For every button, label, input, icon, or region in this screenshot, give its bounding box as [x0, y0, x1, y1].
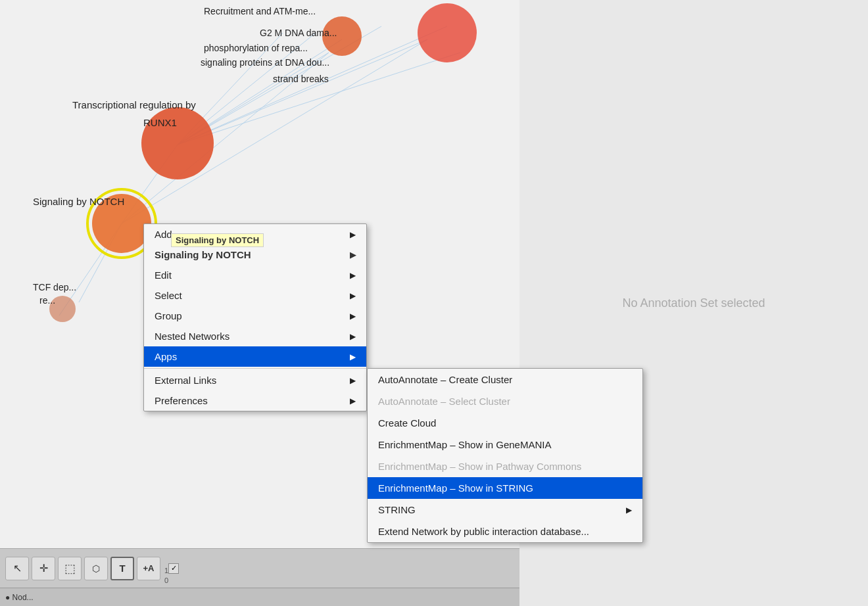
svg-text:re...: re... [39, 295, 55, 306]
move-tool-button[interactable]: ✛ [32, 557, 55, 580]
lasso-button[interactable]: ⬡ [84, 557, 108, 580]
no-annotation-label: No Annotation Set selected [622, 296, 765, 310]
menu-item-group[interactable]: Group ▶ [144, 306, 366, 326]
svg-text:Signaling by NOTCH: Signaling by NOTCH [33, 196, 124, 207]
apps-submenu: AutoAnnotate – Create Cluster AutoAnnota… [367, 368, 643, 543]
svg-text:signaling proteins at DNA dou.: signaling proteins at DNA dou... [201, 57, 329, 68]
apps-submenu-item-autoannotate-create[interactable]: AutoAnnotate – Create Cluster [368, 369, 642, 390]
apps-submenu-item-string[interactable]: STRING ▶ [368, 499, 642, 521]
menu-separator-1 [144, 368, 366, 369]
menu-item-signaling-notch[interactable]: Signaling by NOTCH ▶ [144, 245, 366, 265]
svg-text:phosphorylation of repa...: phosphorylation of repa... [204, 43, 308, 53]
apps-submenu-item-autoannotate-select: AutoAnnotate – Select Cluster [368, 390, 642, 412]
menu-item-external-links[interactable]: External Links ▶ [144, 370, 366, 390]
svg-text:TCF dep...: TCF dep... [33, 282, 76, 292]
menu-item-preferences[interactable]: Preferences ▶ [144, 390, 366, 411]
svg-text:RUNX1: RUNX1 [143, 117, 177, 128]
add-node-button[interactable]: +A [137, 557, 160, 580]
menu-item-nested-networks[interactable]: Nested Networks ▶ [144, 326, 366, 346]
apps-submenu-item-enrichmentmap-genemania[interactable]: EnrichmentMap – Show in GeneMANIA [368, 434, 642, 455]
counter-area: 1 0 [164, 566, 168, 586]
svg-text:Recruitment and ATM-me...: Recruitment and ATM-me... [204, 6, 316, 16]
context-menu: Add ▶ Signaling by NOTCH ▶ Edit ▶ Select… [143, 223, 367, 411]
text-tool-button[interactable]: T [110, 557, 134, 580]
menu-item-edit[interactable]: Edit ▶ [144, 265, 366, 285]
menu-item-select[interactable]: Select ▶ [144, 285, 366, 306]
apps-submenu-item-enrichmentmap-pathway: EnrichmentMap – Show in Pathway Commons [368, 455, 642, 477]
apps-submenu-item-create-cloud[interactable]: Create Cloud [368, 412, 642, 434]
svg-point-14 [418, 3, 477, 62]
pointer-tool-button[interactable]: ↖ [5, 557, 29, 580]
apps-submenu-item-enrichmentmap-string[interactable]: EnrichmentMap – Show in STRING [368, 477, 642, 499]
tooltip-signaling-notch: Signaling by NOTCH [171, 233, 264, 247]
status-bar: ● Nod... [0, 588, 519, 606]
status-text: ● Nod... [5, 593, 34, 602]
apps-submenu-item-extend-network[interactable]: Extend Network by public interaction dat… [368, 521, 642, 542]
menu-item-apps[interactable]: Apps ▶ [144, 346, 366, 367]
svg-text:G2 M DNA dama...: G2 M DNA dama... [260, 28, 337, 38]
select-box-button[interactable]: ⬚ [58, 557, 82, 580]
svg-text:Transcriptional regulation by: Transcriptional regulation by [72, 99, 196, 110]
svg-text:strand breaks: strand breaks [273, 74, 329, 84]
toolbar: ↖ ✛ ⬚ ⬡ T +A ✓ 1 0 [0, 548, 519, 588]
